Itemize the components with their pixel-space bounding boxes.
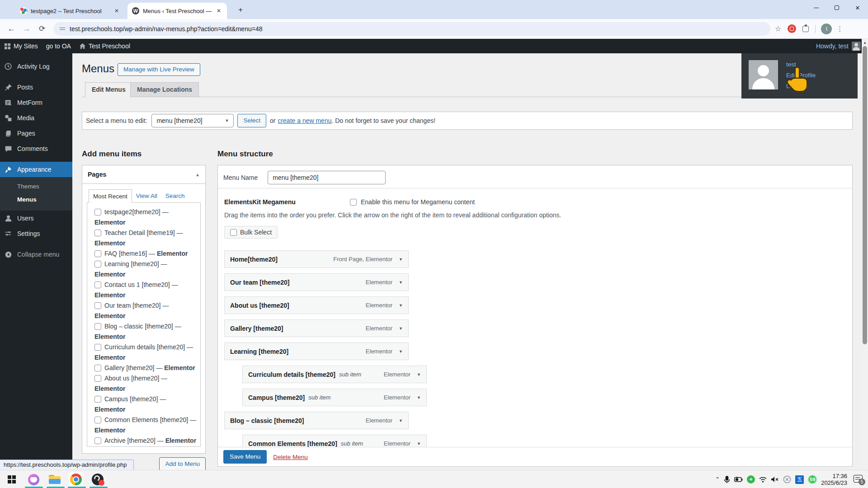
item-expand-arrow-icon[interactable]: ▼ [417,395,421,400]
page-checklist-item[interactable]: Contact us 1 [theme20] — Elementor [94,280,198,300]
sidebar-item-activity-log[interactable]: Activity Log [0,59,72,74]
new-tab-button[interactable]: + [235,5,246,15]
menu-item-bar[interactable]: Gallery [theme20]Elementor▼ [224,319,409,337]
item-expand-arrow-icon[interactable]: ▼ [399,326,403,331]
item-expand-arrow-icon[interactable]: ▼ [399,349,403,354]
browser-profile-avatar[interactable]: t [821,23,832,34]
sidebar-subitem-themes[interactable]: Themes [0,180,72,193]
sidebar-item-collapse-menu[interactable]: Collapse menu [0,247,72,262]
sidebar-item-appearance[interactable]: Appearance [0,162,72,177]
item-expand-arrow-icon[interactable]: ▼ [417,441,421,446]
page-checkbox[interactable] [94,230,101,236]
live-preview-button[interactable]: Manage with Live Preview [118,63,200,76]
tab-edit-menus[interactable]: Edit Menus [85,82,132,97]
page-checklist-item[interactable]: About us [theme20] — Elementor [94,373,198,394]
menu-item-bar[interactable]: Campus [theme20]sub itemElementor▼ [242,389,427,406]
page-checkbox[interactable] [94,344,101,351]
admin-bar-go-to-oa[interactable]: go to OA [42,39,75,53]
minimize-button[interactable] [806,0,826,15]
howdy-label[interactable]: Howdy, test [816,42,849,50]
taskbar-app-recorder[interactable] [26,472,41,487]
item-expand-arrow-icon[interactable]: ▼ [417,372,421,377]
page-checkbox[interactable] [94,375,101,382]
page-checkbox[interactable] [94,417,101,423]
ime-language-badge[interactable]: 五 [795,475,804,484]
sidebar-item-metform[interactable]: MetForm [0,95,72,110]
maximize-button[interactable] [826,0,847,15]
sidebar-item-settings[interactable]: Settings [0,226,72,241]
page-checklist-item[interactable]: Our team [theme20] — Elementor [94,300,198,321]
bookmark-star-icon[interactable]: ☆ [775,24,781,33]
page-checkbox[interactable] [94,209,101,216]
tab-most-recent[interactable]: Most Recent [89,189,132,203]
menu-item-bar[interactable]: About us [theme20]Elementor▼ [224,296,409,314]
page-checkbox[interactable] [94,250,101,257]
sidebar-item-pages[interactable]: Pages [0,126,72,141]
pages-panel-header[interactable]: Pages ▲ [82,165,205,184]
browser-tab-active[interactable]: W Menus ‹ Test Preschool — W ✕ [127,3,227,19]
page-checkbox[interactable] [94,282,101,288]
site-settings-icon[interactable] [60,28,65,30]
battery-percent-badge[interactable]: 59 [808,475,817,484]
tray-expand-icon[interactable]: ⌃ [715,476,720,483]
megamenu-checkbox[interactable] [350,199,357,206]
page-checklist-item[interactable]: FAQ [theme16] — Elementor [94,249,198,259]
page-checklist-item[interactable]: Campus [theme20] — Elementor [94,394,198,415]
menu-item-bar[interactable]: Our team [theme20]Elementor▼ [224,273,409,291]
menu-item-bar[interactable]: Blog – classic [theme20]Elementor▼ [224,412,409,429]
page-checkbox[interactable] [94,365,101,371]
taskbar-app-explorer[interactable] [47,472,62,487]
extensions-puzzle-icon[interactable] [802,25,810,33]
page-checklist-item[interactable]: Blog – classic [theme20] — Elementor [94,321,198,342]
delete-menu-link[interactable]: Delete Menu [273,454,308,460]
sidebar-item-users[interactable]: Users [0,211,72,226]
scroll-up-icon[interactable]: ▲ [863,41,867,45]
item-expand-arrow-icon[interactable]: ▼ [399,280,403,285]
create-new-menu-link[interactable]: create a new menu [278,117,331,124]
page-checklist-item[interactable]: Curriculum details [theme20] — Elementor [94,342,198,363]
page-checklist-item[interactable]: testpage2[theme20] — Elementor [94,207,198,228]
adblock-extension-icon[interactable] [788,24,796,33]
menu-select-dropdown[interactable]: menu [theme20] ▼ [151,114,234,127]
pages-checklist-box[interactable]: testpage2[theme20] — ElementorTeacher De… [87,202,201,447]
taskbar-clock[interactable]: 17:36 2025/6/23 [821,473,847,486]
sidebar-item-posts[interactable]: Posts [0,80,72,95]
sidebar-subitem-menus[interactable]: Menus [0,193,72,206]
reload-icon[interactable]: ⟳ [34,24,50,33]
menu-item-bar[interactable]: Curriculum details [theme20]sub itemElem… [242,366,427,383]
page-checkbox[interactable] [94,437,101,444]
antivirus-tray-icon[interactable]: + [747,475,755,483]
tab-view-all[interactable]: View All [132,189,161,202]
collapse-panel-icon[interactable]: ▲ [195,172,200,177]
scrollbar-thumb[interactable] [863,46,867,344]
add-to-menu-button[interactable]: Add to Menu [159,457,206,471]
disconnected-tray-icon[interactable] [783,475,791,483]
start-button[interactable] [5,472,19,487]
notification-center-icon[interactable]: 5 [854,475,863,484]
taskbar-app-chrome[interactable] [69,472,83,487]
tab-close-icon[interactable]: ✕ [113,8,120,14]
battery-icon[interactable] [734,477,743,482]
admin-avatar[interactable] [852,42,861,51]
address-bar[interactable]: test.preschools.top/wp-admin/nav-menus.p… [53,22,770,36]
forward-icon[interactable]: → [19,24,34,33]
page-checklist-item[interactable]: Common Elements [theme20] — Elementor [94,415,198,436]
sidebar-item-comments[interactable]: Comments [0,141,72,156]
page-checklist-item[interactable]: Contact us 2 [theme20] — Elementor [94,446,198,447]
admin-bar-site-name[interactable]: Test Preschool [75,39,134,53]
page-checkbox[interactable] [94,261,101,267]
browser-tab-inactive[interactable]: testpage2 – Test Preschool ✕ [15,3,125,19]
page-checkbox[interactable] [94,302,101,309]
volume-muted-icon[interactable] [771,476,779,483]
item-expand-arrow-icon[interactable]: ▼ [399,303,403,308]
menu-item-bar[interactable]: Home[theme20]Front Page, Elementor▼ [224,250,409,268]
page-checklist-item[interactable]: Archive [theme20] — Elementor [94,436,198,446]
item-expand-arrow-icon[interactable]: ▼ [399,257,403,262]
tab-close-icon[interactable]: ✕ [215,8,222,14]
bulk-select-checkbox[interactable] [230,229,237,236]
sidebar-item-media[interactable]: Media [0,110,72,126]
page-checkbox[interactable] [94,396,101,403]
tab-search[interactable]: Search [161,189,189,202]
page-checklist-item[interactable]: Learning [theme20] — Elementor [94,259,198,280]
close-button[interactable]: ✕ [847,0,868,15]
